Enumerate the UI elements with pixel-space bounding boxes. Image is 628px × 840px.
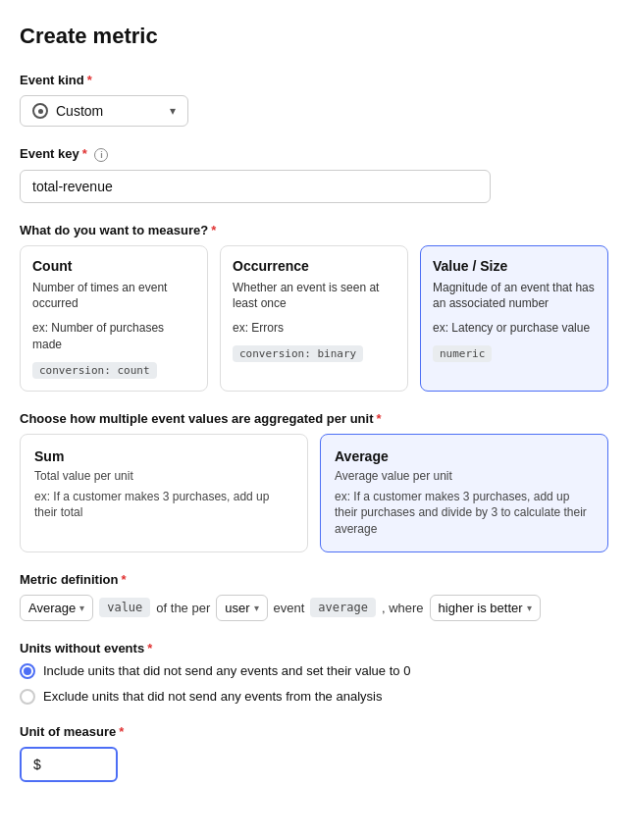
event-kind-select-btn[interactable]: Custom ▾ (20, 95, 188, 127)
units-without-events-section: Units without events* Include units that… (20, 641, 608, 705)
unit-of-measure-label: Unit of measure* (20, 724, 608, 739)
event-key-label: Event key* i (20, 146, 608, 162)
measure-value-title: Value / Size (433, 258, 596, 274)
metric-definition-label: Metric definition* (20, 572, 608, 587)
chevron-down-icon: ▾ (254, 603, 259, 613)
of-the-per-text: of the per (156, 601, 210, 615)
metric-definition-row: Average ▾ value of the per user ▾ event … (20, 595, 608, 621)
where-text: , where (382, 601, 424, 615)
measure-cards: Count Number of times an event occurred … (20, 245, 608, 392)
value-tag: value (99, 598, 150, 617)
exclude-units-option[interactable]: Exclude units that did not send any even… (20, 689, 608, 705)
aggregation-type-value: Average (28, 601, 76, 615)
measure-count-desc: Number of times an event occurred (32, 280, 195, 313)
event-text: event (274, 601, 305, 615)
agg-sum-desc: Total value per unit (34, 468, 293, 485)
include-units-label: Include units that did not send any even… (43, 663, 410, 678)
metric-definition-section: Metric definition* Average ▾ value of th… (20, 572, 608, 621)
measure-card-occurrence[interactable]: Occurrence Whether an event is seen at l… (220, 245, 408, 392)
measure-occurrence-desc: Whether an event is seen at least once (233, 280, 395, 313)
agg-average-desc: Average value per unit (335, 468, 594, 485)
agg-sum-example: ex: If a customer makes 3 purchases, add… (34, 489, 293, 522)
page-title: Create metric (20, 24, 608, 49)
chevron-down-icon: ▾ (527, 603, 532, 613)
aggregation-type-select[interactable]: Average ▾ (20, 595, 93, 621)
measure-card-value-size[interactable]: Value / Size Magnitude of an event that … (420, 245, 608, 392)
agg-average-title: Average (335, 448, 594, 464)
unit-value: user (225, 601, 249, 615)
include-radio-circle (20, 663, 35, 679)
aggregation-label: Choose how multiple event values are agg… (20, 411, 608, 426)
event-kind-section: Event kind* Custom ▾ (20, 73, 608, 127)
event-tag: average (310, 598, 376, 617)
agg-sum-title: Sum (34, 448, 293, 464)
measure-count-example: ex: Number of purchases made (32, 320, 195, 353)
measure-count-badge: conversion: count (32, 362, 157, 379)
chevron-down-icon: ▾ (170, 104, 176, 118)
event-kind-label: Event kind* (20, 73, 608, 87)
direction-value: higher is better (439, 601, 523, 615)
agg-card-average[interactable]: Average Average value per unit ex: If a … (320, 434, 608, 552)
unit-of-measure-section: Unit of measure* (20, 724, 608, 782)
measure-count-title: Count (32, 258, 195, 274)
agg-average-example: ex: If a customer makes 3 purchases, add… (335, 489, 594, 538)
unit-of-measure-input[interactable] (20, 747, 118, 782)
measure-card-count[interactable]: Count Number of times an event occurred … (20, 245, 208, 392)
measure-value-badge: numeric (433, 345, 492, 362)
measure-section: What do you want to measure?* Count Numb… (20, 223, 608, 392)
chevron-down-icon: ▾ (79, 603, 84, 613)
measure-value-example: ex: Latency or purchase value (433, 320, 596, 337)
measure-label: What do you want to measure?* (20, 223, 608, 237)
aggregation-cards: Sum Total value per unit ex: If a custom… (20, 434, 608, 552)
event-kind-value: Custom (56, 103, 103, 119)
exclude-units-label: Exclude units that did not send any even… (43, 689, 382, 704)
unit-select[interactable]: user ▾ (216, 595, 267, 621)
measure-occurrence-badge: conversion: binary (233, 345, 363, 362)
event-kind-dropdown[interactable]: Custom ▾ (20, 95, 188, 127)
measure-value-desc: Magnitude of an event that has an associ… (433, 280, 596, 313)
measure-occurrence-example: ex: Errors (233, 320, 395, 337)
event-key-section: Event key* i (20, 146, 608, 203)
custom-icon (32, 103, 48, 119)
event-key-input[interactable] (20, 170, 491, 203)
units-radio-group: Include units that did not send any even… (20, 663, 608, 705)
info-icon: i (94, 148, 108, 162)
direction-select[interactable]: higher is better ▾ (430, 595, 541, 621)
include-units-option[interactable]: Include units that did not send any even… (20, 663, 608, 679)
units-without-events-label: Units without events* (20, 641, 608, 656)
exclude-radio-circle (20, 689, 35, 705)
aggregation-section: Choose how multiple event values are agg… (20, 411, 608, 552)
measure-occurrence-title: Occurrence (233, 258, 395, 274)
agg-card-sum[interactable]: Sum Total value per unit ex: If a custom… (20, 434, 308, 552)
